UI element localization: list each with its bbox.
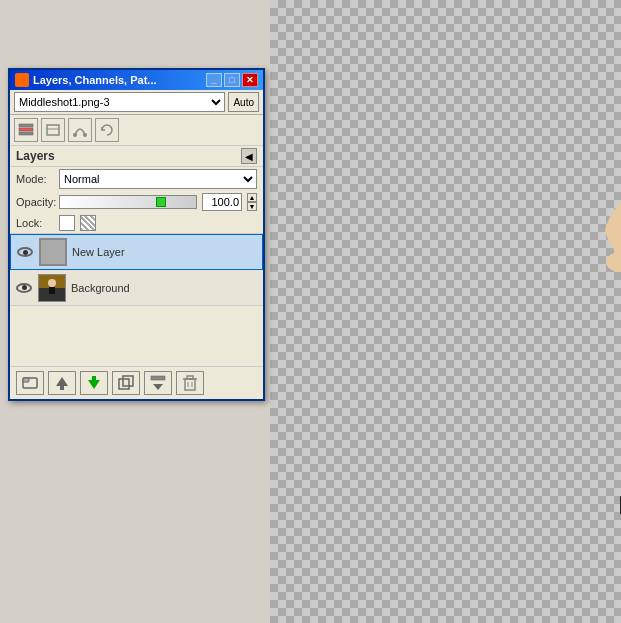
maximize-button[interactable]: □ <box>224 73 240 87</box>
svg-rect-45 <box>92 376 96 380</box>
lock-pixels-btn[interactable] <box>80 215 96 231</box>
svg-marker-49 <box>153 384 163 390</box>
svg-marker-44 <box>88 380 100 389</box>
opacity-spinner: ▲ ▼ <box>247 193 257 211</box>
layers-window: Layers, Channels, Pat... _ □ ✕ Middlesho… <box>8 68 265 401</box>
opacity-row: Opacity: 100.0 ▲ ▼ <box>10 191 263 213</box>
duplicate-layer-btn[interactable] <box>112 371 140 395</box>
character-canvas: Model <box>550 20 621 600</box>
svg-point-33 <box>83 133 87 137</box>
opacity-slider[interactable] <box>59 195 197 209</box>
titlebar-controls: _ □ ✕ <box>206 73 258 87</box>
move-layer-down-btn[interactable] <box>80 371 108 395</box>
opacity-label: Opacity: <box>16 196 54 208</box>
svg-rect-47 <box>123 376 133 386</box>
opacity-value-display: 100.0 <box>202 193 242 211</box>
lock-transparency-btn[interactable] <box>59 215 75 231</box>
new-layer-group-btn[interactable] <box>16 371 44 395</box>
delete-layer-btn[interactable] <box>176 371 204 395</box>
bottom-toolbar <box>10 366 263 399</box>
eye-pupil <box>23 250 28 255</box>
history-tool-btn[interactable] <box>95 118 119 142</box>
eye-icon <box>16 283 32 293</box>
opacity-increase-btn[interactable]: ▲ <box>247 193 257 202</box>
layers-section-title: Layers <box>16 149 55 163</box>
mode-label: Mode: <box>16 173 54 185</box>
layers-window-icon <box>15 73 29 87</box>
svg-rect-48 <box>151 376 165 380</box>
layer-visibility-btn[interactable] <box>16 243 34 261</box>
lock-label: Lock: <box>16 217 54 229</box>
lock-row: Lock: <box>10 213 263 234</box>
svg-marker-42 <box>56 377 68 386</box>
auto-button[interactable]: Auto <box>228 92 259 112</box>
layer-thumbnail <box>38 274 66 302</box>
svg-rect-28 <box>19 128 33 131</box>
toolbar-row <box>10 115 263 146</box>
svg-rect-41 <box>23 378 29 382</box>
svg-rect-35 <box>41 240 65 264</box>
svg-rect-46 <box>119 379 129 389</box>
layer-list: New Layer Background <box>10 234 263 366</box>
eye-icon <box>17 247 33 257</box>
layers-section-header: Layers ◀ <box>10 146 263 167</box>
svg-rect-50 <box>185 379 195 390</box>
merge-layers-btn[interactable] <box>144 371 172 395</box>
layers-collapse-button[interactable]: ◀ <box>241 148 257 164</box>
move-layer-up-btn[interactable] <box>48 371 76 395</box>
opacity-handle[interactable] <box>156 197 166 207</box>
svg-rect-29 <box>19 132 33 135</box>
window-titlebar: Layers, Channels, Pat... _ □ ✕ <box>10 70 263 90</box>
svg-rect-27 <box>19 124 33 127</box>
layers-tool-btn[interactable] <box>14 118 38 142</box>
layer-name: Background <box>71 282 130 294</box>
close-button[interactable]: ✕ <box>242 73 258 87</box>
layer-visibility-btn[interactable] <box>15 279 33 297</box>
layer-name: New Layer <box>72 246 125 258</box>
eye-pupil <box>22 285 27 290</box>
opacity-decrease-btn[interactable]: ▼ <box>247 202 257 211</box>
layer-item[interactable]: Background <box>10 270 263 306</box>
svg-rect-52 <box>187 376 193 379</box>
svg-point-14 <box>606 252 621 272</box>
canvas-area: Model <box>270 0 621 623</box>
layer-item[interactable]: New Layer <box>10 234 263 270</box>
channels-tool-btn[interactable] <box>41 118 65 142</box>
paths-tool-btn[interactable] <box>68 118 92 142</box>
svg-rect-39 <box>49 287 55 294</box>
window-title: Layers, Channels, Pat... <box>33 74 157 86</box>
svg-rect-30 <box>47 125 59 135</box>
svg-rect-43 <box>60 386 64 390</box>
titlebar-left: Layers, Channels, Pat... <box>15 73 157 87</box>
filename-row: Middleshot1.png-3 Auto <box>10 90 263 115</box>
layer-list-spacer <box>10 306 263 366</box>
svg-point-32 <box>73 133 77 137</box>
mode-dropdown[interactable]: Normal <box>59 169 257 189</box>
svg-point-38 <box>48 279 56 287</box>
filename-dropdown[interactable]: Middleshot1.png-3 <box>14 92 225 112</box>
minimize-button[interactable]: _ <box>206 73 222 87</box>
layer-thumbnail <box>39 238 67 266</box>
mode-row: Mode: Normal <box>10 167 263 191</box>
